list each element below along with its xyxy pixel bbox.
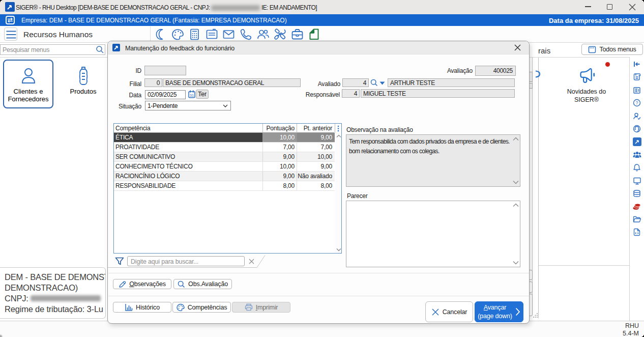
svg-text:?: ? <box>635 100 638 105</box>
svg-text:31: 31 <box>190 93 194 98</box>
